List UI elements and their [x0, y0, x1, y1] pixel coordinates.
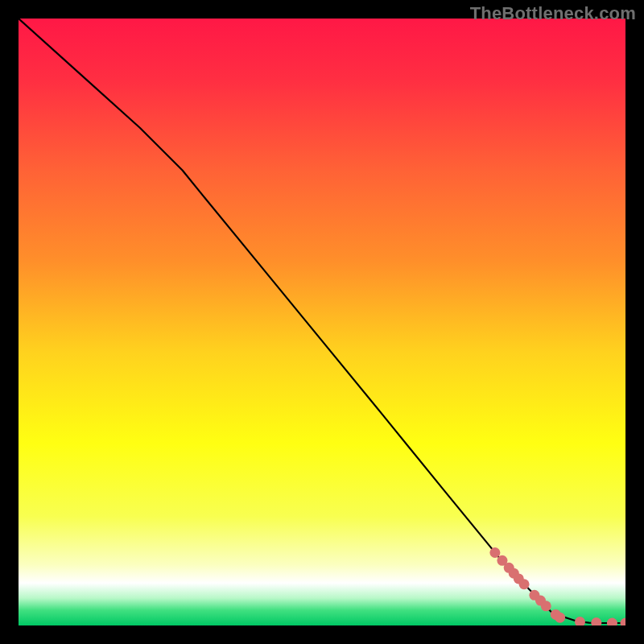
plot-background — [19, 19, 625, 625]
chart-stage: TheBottleneck.com — [0, 0, 644, 644]
bottleneck-chart — [19, 19, 625, 625]
data-marker — [555, 613, 565, 623]
watermark-text: TheBottleneck.com — [470, 3, 636, 24]
data-marker — [541, 601, 551, 611]
data-marker — [519, 579, 530, 589]
data-marker — [489, 547, 500, 558]
